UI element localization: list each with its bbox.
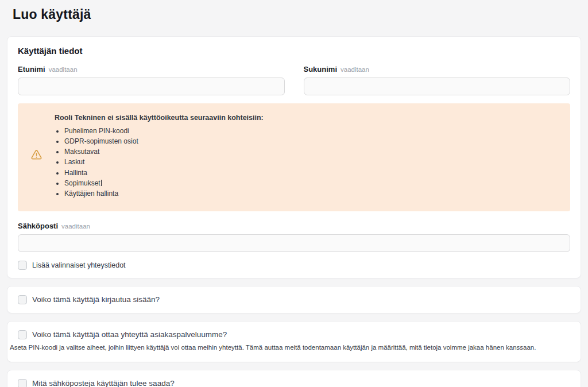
email-label: Sähköposti (18, 222, 58, 230)
warning-icon-column (18, 113, 55, 200)
first-name-label: Etunimi (18, 65, 45, 73)
section-title: Käyttäjän tiedot (18, 46, 570, 56)
can-sign-in-label[interactable]: Voiko tämä käyttäjä kirjautua sisään? (32, 295, 160, 304)
can-sign-in-checkbox[interactable] (18, 295, 27, 304)
last-name-label: Sukunimi (304, 65, 338, 73)
optional-contact-label[interactable]: Lisää valinnaiset yhteystiedot (32, 261, 126, 269)
can-sign-in-card: Voiko tämä käyttäjä kirjautua sisään? (7, 286, 581, 314)
first-name-input[interactable] (18, 78, 285, 95)
last-name-label-row: Sukunimivaaditaan (304, 64, 571, 74)
optional-contact-row: Lisää valinnaiset yhteystiedot (18, 261, 570, 270)
email-input[interactable] (18, 234, 570, 252)
email-required-hint: vaaditaan (61, 223, 90, 230)
can-sign-in-row: Voiko tämä käyttäjä kirjautua sisään? (18, 295, 570, 304)
which-emails-row: Mitä sähköposteja käyttäjän tulee saada? (18, 379, 570, 387)
warning-list-item: Puhelimen PIN-koodi (64, 127, 561, 136)
optional-contact-checkbox[interactable] (18, 261, 27, 270)
warning-title: Rooli Tekninen ei sisällä käyttöoikeutta… (55, 114, 561, 122)
warning-list-item: Hallinta (64, 169, 561, 177)
warning-list-item: GDPR-sopimusten osiot (64, 137, 561, 146)
first-name-label-row: Etunimivaaditaan (18, 64, 285, 74)
which-emails-checkbox[interactable] (18, 379, 27, 387)
warning-list-item: Sopimukset (64, 179, 561, 188)
warning-content: Rooli Tekninen ei sisällä käyttöoikeutta… (55, 113, 561, 200)
role-permissions-warning: Rooli Tekninen ei sisällä käyttöoikeutta… (18, 103, 570, 211)
create-user-page: Luo käyttäjä Käyttäjän tiedot Etunimivaa… (0, 0, 588, 387)
email-field: Sähköpostivaaditaan (18, 220, 570, 252)
can-contact-support-card: Voiko tämä käyttäjä ottaa yhteyttä asiak… (7, 321, 581, 362)
can-contact-support-checkbox[interactable] (18, 330, 27, 339)
which-emails-label[interactable]: Mitä sähköposteja käyttäjän tulee saada? (32, 379, 175, 387)
email-label-row: Sähköpostivaaditaan (18, 220, 570, 231)
can-contact-support-description: Aseta PIN-koodi ja valitse aiheet, joihi… (10, 343, 570, 352)
warning-list-item: Käyttäjien hallinta (64, 189, 561, 198)
warning-triangle-icon (31, 150, 42, 162)
warning-list-item: Maksutavat (64, 148, 561, 156)
user-details-card: Käyttäjän tiedot Etunimivaaditaan Sukuni… (7, 36, 581, 278)
first-name-required-hint: vaaditaan (49, 66, 78, 73)
can-contact-support-row: Voiko tämä käyttäjä ottaa yhteyttä asiak… (18, 330, 570, 339)
last-name-input[interactable] (304, 78, 571, 95)
warning-list-item: Laskut (64, 158, 561, 167)
text-caret (101, 180, 102, 186)
can-contact-support-label[interactable]: Voiko tämä käyttäjä ottaa yhteyttä asiak… (32, 330, 227, 339)
first-name-field: Etunimivaaditaan (18, 64, 285, 95)
which-emails-card: Mitä sähköposteja käyttäjän tulee saada? (7, 370, 581, 387)
warning-list: Puhelimen PIN-koodi GDPR-sopimusten osio… (55, 127, 561, 198)
last-name-required-hint: vaaditaan (341, 66, 369, 73)
last-name-field: Sukunimivaaditaan (304, 64, 571, 95)
page-title: Luo käyttäjä (7, 0, 581, 24)
name-fields-row: Etunimivaaditaan Sukunimivaaditaan (18, 64, 570, 95)
